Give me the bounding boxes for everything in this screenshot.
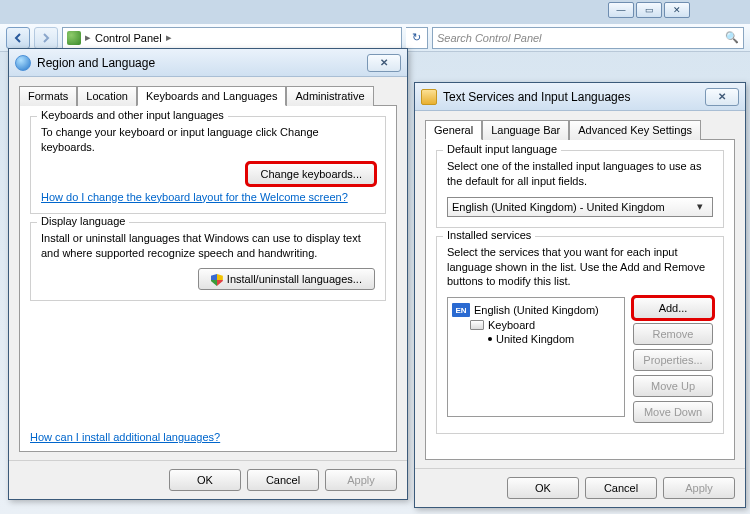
display-language-group: Display language Install or uninstall la… [30, 222, 386, 302]
globe-icon [15, 55, 31, 71]
minimize-icon[interactable]: — [608, 2, 634, 18]
apply-button[interactable]: Apply [325, 469, 397, 491]
bullet-icon [488, 337, 492, 341]
welcome-screen-layout-link[interactable]: How do I change the keyboard layout for … [41, 191, 348, 203]
cancel-button[interactable]: Cancel [585, 477, 657, 499]
tab-language-bar[interactable]: Language Bar [482, 120, 569, 140]
dialog-titlebar[interactable]: Region and Language ✕ [9, 49, 407, 77]
ok-button[interactable]: OK [169, 469, 241, 491]
remove-button[interactable]: Remove [633, 323, 713, 345]
tab-administrative[interactable]: Administrative [286, 86, 373, 106]
tab-keyboards-languages[interactable]: Keyboards and Languages [137, 86, 287, 106]
tree-label: English (United Kingdom) [474, 304, 599, 316]
tree-language-node[interactable]: EN English (United Kingdom) [452, 302, 620, 318]
breadcrumb-item[interactable]: Control Panel [95, 32, 162, 44]
cancel-button[interactable]: Cancel [247, 469, 319, 491]
nav-forward-button[interactable] [34, 27, 58, 49]
dialog-titlebar[interactable]: Text Services and Input Languages ✕ [415, 83, 745, 111]
tab-formats[interactable]: Formats [19, 86, 77, 106]
apply-button[interactable]: Apply [663, 477, 735, 499]
installed-services-buttons: Add... Remove Properties... Move Up Move… [633, 297, 713, 423]
search-icon[interactable]: 🔍 [725, 31, 739, 44]
add-button[interactable]: Add... [633, 297, 713, 319]
language-badge-icon: EN [452, 303, 470, 317]
group-legend: Installed services [443, 229, 535, 241]
tab-general[interactable]: General [425, 120, 482, 140]
properties-button[interactable]: Properties... [633, 349, 713, 371]
control-panel-icon [67, 31, 81, 45]
default-input-language-group: Default input language Select one of the… [436, 150, 724, 228]
install-uninstall-languages-button[interactable]: Install/uninstall languages... [198, 268, 375, 290]
dialog-title: Text Services and Input Languages [443, 90, 630, 104]
nav-back-button[interactable] [6, 27, 30, 49]
chevron-right-icon: ▸ [166, 31, 172, 44]
group-description: Install or uninstall languages that Wind… [41, 231, 375, 261]
uac-shield-icon [211, 274, 223, 286]
textsvc-tabs: General Language Bar Advanced Key Settin… [425, 119, 735, 140]
installed-services-tree[interactable]: EN English (United Kingdom) Keyboard Uni… [447, 297, 625, 417]
chevron-right-icon: ▸ [85, 31, 91, 44]
tab-advanced-key-settings[interactable]: Advanced Key Settings [569, 120, 701, 140]
breadcrumb[interactable]: ▸ Control Panel ▸ [62, 27, 402, 49]
search-input[interactable]: Search Control Panel 🔍 [432, 27, 744, 49]
text-services-icon [421, 89, 437, 105]
group-legend: Display language [37, 215, 129, 227]
chevron-down-icon: ▾ [692, 200, 708, 213]
group-legend: Default input language [443, 143, 561, 155]
ok-button[interactable]: OK [507, 477, 579, 499]
dialog-title: Region and Language [37, 56, 155, 70]
text-services-dialog: Text Services and Input Languages ✕ Gene… [414, 82, 746, 508]
dialog-footer: OK Cancel Apply [415, 468, 745, 506]
install-additional-languages-link[interactable]: How can I install additional languages? [30, 431, 220, 443]
maximize-icon[interactable]: ▭ [636, 2, 662, 18]
keyboard-icon [470, 320, 484, 330]
installed-services-group: Installed services Select the services t… [436, 236, 724, 435]
group-description: Select the services that you want for ea… [447, 245, 713, 290]
dropdown-selected-value: English (United Kingdom) - United Kingdo… [452, 201, 665, 213]
tree-label: United Kingdom [496, 333, 574, 345]
search-placeholder: Search Control Panel [437, 32, 542, 44]
default-language-dropdown[interactable]: English (United Kingdom) - United Kingdo… [447, 197, 713, 217]
close-button[interactable]: ✕ [705, 88, 739, 106]
close-icon[interactable]: ✕ [664, 2, 690, 18]
group-description: Select one of the installed input langua… [447, 159, 713, 189]
refresh-button[interactable]: ↻ [406, 27, 428, 49]
tree-layout-node[interactable]: United Kingdom [452, 332, 620, 346]
close-button[interactable]: ✕ [367, 54, 401, 72]
move-down-button[interactable]: Move Down [633, 401, 713, 423]
group-description: To change your keyboard or input languag… [41, 125, 375, 155]
change-keyboards-button[interactable]: Change keyboards... [247, 163, 375, 185]
region-language-dialog: Region and Language ✕ Formats Location K… [8, 48, 408, 500]
tab-location[interactable]: Location [77, 86, 137, 106]
move-up-button[interactable]: Move Up [633, 375, 713, 397]
keyboards-input-group: Keyboards and other input languages To c… [30, 116, 386, 214]
dialog-footer: OK Cancel Apply [9, 460, 407, 498]
region-tabs: Formats Location Keyboards and Languages… [19, 85, 397, 106]
tree-keyboard-node[interactable]: Keyboard [452, 318, 620, 332]
button-label: Install/uninstall languages... [227, 273, 362, 285]
background-window-controls: — ▭ ✕ [606, 2, 690, 18]
group-legend: Keyboards and other input languages [37, 109, 228, 121]
tree-label: Keyboard [488, 319, 535, 331]
